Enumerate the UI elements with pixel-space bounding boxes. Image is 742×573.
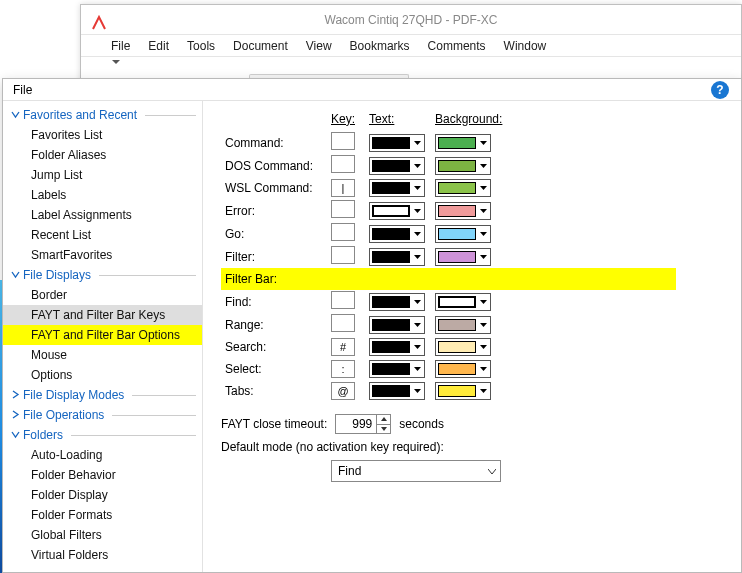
- key-input[interactable]: [331, 132, 355, 150]
- color-picker[interactable]: [369, 316, 425, 334]
- color-picker[interactable]: [435, 134, 491, 152]
- key-input[interactable]: #: [331, 338, 355, 356]
- chevron-down-icon: [476, 361, 490, 377]
- chevron-down-icon: [410, 339, 424, 355]
- tree-item[interactable]: SmartFavorites: [3, 245, 202, 265]
- host-menu-bar: File Edit Tools Document View Bookmarks …: [81, 35, 741, 57]
- tree-item[interactable]: Virtual Folders: [3, 545, 202, 565]
- color-picker[interactable]: [369, 293, 425, 311]
- setting-row: Command:: [221, 131, 676, 154]
- tree-group[interactable]: File Display Modes: [3, 385, 202, 405]
- setting-label: Range:: [221, 313, 321, 336]
- key-input[interactable]: |: [331, 179, 355, 197]
- default-mode-select[interactable]: Find: [331, 460, 501, 482]
- tree-group-label: File Display Modes: [23, 385, 124, 405]
- color-swatch: [372, 341, 410, 353]
- tree-item[interactable]: Label Assignments: [3, 205, 202, 225]
- divider: [132, 395, 196, 396]
- tree-item[interactable]: Global Filters: [3, 525, 202, 545]
- color-swatch: [438, 296, 476, 308]
- tree-item[interactable]: Recent List: [3, 225, 202, 245]
- color-swatch: [438, 182, 476, 194]
- menu-tools[interactable]: Tools: [187, 39, 215, 53]
- key-input[interactable]: [331, 246, 355, 264]
- tree-item[interactable]: Jump List: [3, 165, 202, 185]
- color-settings-grid: Key: Text: Background: Command:DOS Comma…: [221, 109, 676, 402]
- color-picker[interactable]: [369, 134, 425, 152]
- setting-label: Command:: [221, 131, 321, 154]
- timeout-spinner[interactable]: [335, 414, 391, 434]
- tree-item[interactable]: Folder Behavior: [3, 465, 202, 485]
- tree-item[interactable]: Options: [3, 365, 202, 385]
- menu-comments[interactable]: Comments: [428, 39, 486, 53]
- spinner-up-icon[interactable]: [377, 415, 390, 424]
- key-input[interactable]: [331, 314, 355, 332]
- color-picker[interactable]: [435, 202, 491, 220]
- tree-group[interactable]: Favorites and Recent: [3, 105, 202, 125]
- key-input[interactable]: [331, 291, 355, 309]
- tree-item[interactable]: Labels: [3, 185, 202, 205]
- color-picker[interactable]: [369, 382, 425, 400]
- tree-item[interactable]: Folder Aliases: [3, 145, 202, 165]
- setting-row: Find:: [221, 290, 676, 313]
- tree-item[interactable]: Favorites List: [3, 125, 202, 145]
- menu-file[interactable]: File: [111, 39, 130, 53]
- key-input[interactable]: @: [331, 382, 355, 400]
- color-picker[interactable]: [435, 225, 491, 243]
- color-swatch: [372, 182, 410, 194]
- tree-group[interactable]: Folders: [3, 425, 202, 445]
- tree-item[interactable]: Mouse: [3, 345, 202, 365]
- tree-item[interactable]: Folder Display: [3, 485, 202, 505]
- host-toolbar: [81, 57, 741, 71]
- menu-bookmarks[interactable]: Bookmarks: [350, 39, 410, 53]
- tree-item[interactable]: Border: [3, 285, 202, 305]
- color-swatch: [438, 385, 476, 397]
- menu-edit[interactable]: Edit: [148, 39, 169, 53]
- color-picker[interactable]: [435, 382, 491, 400]
- color-picker[interactable]: [435, 338, 491, 356]
- chevron-down-icon: [410, 203, 424, 219]
- setting-label: Tabs:: [221, 380, 321, 402]
- color-picker[interactable]: [435, 293, 491, 311]
- menu-view[interactable]: View: [306, 39, 332, 53]
- color-picker[interactable]: [435, 316, 491, 334]
- key-input[interactable]: :: [331, 360, 355, 378]
- tree-group[interactable]: File Displays: [3, 265, 202, 285]
- tree-item[interactable]: Auto-Loading: [3, 445, 202, 465]
- color-picker[interactable]: [369, 202, 425, 220]
- color-picker[interactable]: [369, 225, 425, 243]
- timeout-input[interactable]: [336, 415, 376, 433]
- color-picker[interactable]: [369, 360, 425, 378]
- color-picker[interactable]: [369, 338, 425, 356]
- header-background: Background:: [431, 109, 506, 131]
- key-input[interactable]: [331, 223, 355, 241]
- color-swatch: [438, 319, 476, 331]
- setting-label: Filter Bar:: [221, 268, 321, 290]
- color-picker[interactable]: [435, 248, 491, 266]
- key-input[interactable]: [331, 200, 355, 218]
- header-key: Key:: [321, 109, 365, 131]
- color-picker[interactable]: [369, 157, 425, 175]
- chevron-down-icon: [476, 383, 490, 399]
- color-picker[interactable]: [369, 248, 425, 266]
- setting-row: Search:#: [221, 336, 676, 358]
- menu-window[interactable]: Window: [504, 39, 547, 53]
- tree-item[interactable]: FAYT and Filter Bar Options: [3, 325, 202, 345]
- tree-group[interactable]: File Operations: [3, 405, 202, 425]
- color-picker[interactable]: [435, 179, 491, 197]
- menu-document[interactable]: Document: [233, 39, 288, 53]
- color-swatch: [372, 228, 410, 240]
- timeout-row: FAYT close timeout: seconds: [221, 414, 729, 434]
- help-button[interactable]: ?: [711, 81, 729, 99]
- spinner-down-icon[interactable]: [377, 424, 390, 434]
- color-picker[interactable]: [435, 360, 491, 378]
- color-swatch: [372, 251, 410, 263]
- color-picker[interactable]: [369, 179, 425, 197]
- tree-group-label: Favorites and Recent: [23, 105, 137, 125]
- chevron-right-icon: [11, 385, 23, 405]
- tree-item[interactable]: Folder Formats: [3, 505, 202, 525]
- setting-row: Error:: [221, 199, 676, 222]
- tree-item[interactable]: FAYT and Filter Bar Keys: [3, 305, 202, 325]
- key-input[interactable]: [331, 155, 355, 173]
- color-picker[interactable]: [435, 157, 491, 175]
